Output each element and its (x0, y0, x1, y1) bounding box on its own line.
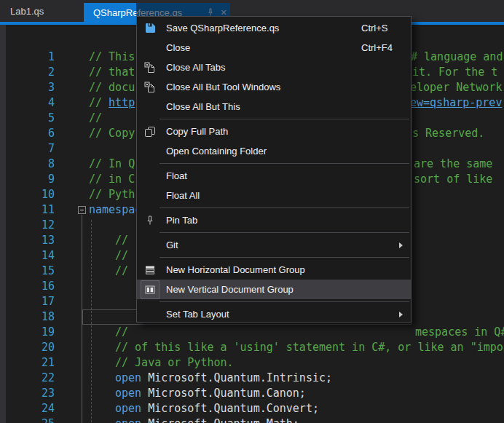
code-token: // (115, 249, 128, 262)
code-link[interactable]: ew=qsharp-prev (410, 96, 502, 109)
code-line[interactable]: 20// of this like a 'using' statement in… (0, 340, 504, 355)
code-text: // This (89, 50, 135, 65)
code-text: // http (89, 95, 135, 111)
menu-item-new-horizontal-document-group[interactable]: New Horizontal Document Group (137, 260, 411, 280)
code-token: // In Q (89, 157, 135, 170)
code-token: eloper Network (410, 81, 502, 94)
code-text: open Microsoft.Quantum.Math; (115, 416, 299, 423)
line-number[interactable]: 5 (13, 111, 55, 126)
menu-item-label: Float (166, 170, 187, 181)
code-token: open (115, 371, 148, 384)
code-text: sort of like (414, 172, 492, 187)
code-text: eloper Network (410, 80, 502, 95)
code-token: s Reserved. (412, 127, 484, 140)
line-number[interactable]: 24 (13, 401, 55, 416)
code-text: // Pyth (89, 187, 135, 202)
code-token: Microsoft.Quantum.Canon; (148, 387, 306, 400)
code-token: open (115, 402, 148, 415)
line-number[interactable]: 25 (13, 416, 55, 423)
code-text: // in C (89, 172, 135, 187)
menu-separator (160, 232, 409, 233)
menu-item-label: Pin Tab (166, 215, 197, 226)
line-number[interactable]: 14 (13, 248, 55, 264)
line-number[interactable]: 8 (13, 157, 55, 172)
code-text: # language and (411, 50, 503, 65)
menu-item-new-vertical-document-group[interactable]: New Vertical Document Group (137, 280, 411, 299)
line-number[interactable]: 10 (13, 187, 55, 202)
line-number[interactable]: 1 (13, 50, 55, 65)
code-line[interactable]: 21// Java or Python. (0, 355, 504, 371)
code-text: open Microsoft.Quantum.Intrinsic; (115, 371, 332, 386)
code-link[interactable]: http (109, 96, 135, 109)
empty-icon (141, 39, 160, 58)
menu-item-save-qsharpreference-qs[interactable]: Save QSharpReference.qsCtrl+S (137, 18, 411, 38)
menu-item-float[interactable]: Float (137, 166, 411, 186)
code-token: // of this like a 'using' statement in C… (115, 341, 504, 354)
fold-collapse-icon[interactable] (78, 206, 86, 214)
line-number[interactable]: 15 (13, 264, 55, 279)
line-number[interactable]: 22 (13, 371, 55, 386)
code-text: // Copy (89, 126, 135, 141)
menu-item-pin-tab[interactable]: Pin Tab (137, 210, 411, 230)
line-number[interactable]: 16 (13, 279, 55, 294)
menu-item-label: Close All But This (166, 101, 240, 112)
code-text: // (115, 325, 128, 340)
menu-item-set-tab-layout[interactable]: Set Tab Layout (137, 304, 411, 324)
tab-label: Lab1.qs (10, 6, 44, 17)
code-text: ew=qsharp-prev (410, 95, 502, 111)
menu-item-close-all-tabs[interactable]: Close All Tabs (137, 58, 411, 77)
line-number[interactable]: 11 (13, 202, 55, 218)
code-token: are the same (414, 157, 492, 170)
code-text: // (89, 111, 102, 126)
code-line[interactable]: 19//mespaces in Q# (0, 325, 504, 340)
code-text: it. For the t (412, 65, 497, 80)
menu-item-float-all[interactable]: Float All (137, 186, 411, 205)
line-number[interactable]: 9 (13, 172, 55, 187)
code-line[interactable]: 22open Microsoft.Quantum.Intrinsic; (0, 371, 504, 386)
line-number[interactable]: 6 (13, 126, 55, 141)
menu-item-git[interactable]: Git (137, 235, 411, 255)
line-number[interactable]: 18 (13, 309, 55, 325)
menu-shortcut: Ctrl+S (361, 23, 387, 33)
menu-item-close-all-but-tool-windows[interactable]: Close All But Tool Windows (137, 77, 411, 97)
line-number[interactable]: 23 (13, 386, 55, 401)
line-number[interactable]: 7 (13, 141, 55, 157)
menu-item-label: Close (166, 42, 190, 53)
tab-lab1[interactable]: Lab1.qs (0, 0, 92, 22)
menu-item-label: Copy Full Path (166, 126, 228, 137)
line-number[interactable]: 17 (13, 294, 55, 309)
code-line[interactable]: 25open Microsoft.Quantum.Math; (0, 416, 504, 423)
line-number[interactable]: 20 (13, 340, 55, 355)
code-line[interactable]: 23open Microsoft.Quantum.Canon; (0, 386, 504, 401)
menu-item-close-all-but-this[interactable]: Close All But This (137, 97, 411, 116)
empty-icon (141, 167, 160, 186)
code-text: // Java or Python. (115, 355, 234, 371)
code-text: open Microsoft.Quantum.Convert; (115, 401, 319, 416)
code-text: // that (89, 65, 135, 80)
menu-item-close[interactable]: CloseCtrl+F4 (137, 38, 411, 58)
menu-separator (160, 301, 409, 302)
code-token: // (115, 234, 128, 247)
save-icon (141, 19, 160, 38)
code-token: // Java or Python. (115, 356, 234, 369)
code-token: Microsoft.Quantum.Convert; (148, 402, 319, 415)
code-text: s Reserved. (412, 126, 484, 141)
line-number[interactable]: 2 (13, 65, 55, 80)
code-token: // Copy (89, 127, 135, 140)
code-token: // that (89, 66, 135, 79)
line-number[interactable]: 12 (13, 218, 55, 233)
vertical-group-icon (141, 280, 160, 299)
menu-item-label: New Vertical Document Group (166, 284, 294, 295)
line-number[interactable]: 21 (13, 355, 55, 371)
line-number[interactable]: 3 (13, 80, 55, 95)
code-line[interactable]: 24open Microsoft.Quantum.Convert; (0, 401, 504, 416)
line-number[interactable]: 19 (13, 325, 55, 340)
menu-item-copy-full-path[interactable]: Copy Full Path (137, 122, 411, 141)
line-number[interactable]: 4 (13, 95, 55, 111)
submenu-arrow-icon (399, 312, 403, 317)
menu-item-label: New Horizontal Document Group (166, 264, 305, 275)
menu-item-open-containing-folder[interactable]: Open Containing Folder (137, 141, 411, 161)
code-text: // (115, 248, 128, 264)
line-number[interactable]: 13 (13, 233, 55, 248)
menu-item-label: Save QSharpReference.qs (166, 23, 279, 33)
